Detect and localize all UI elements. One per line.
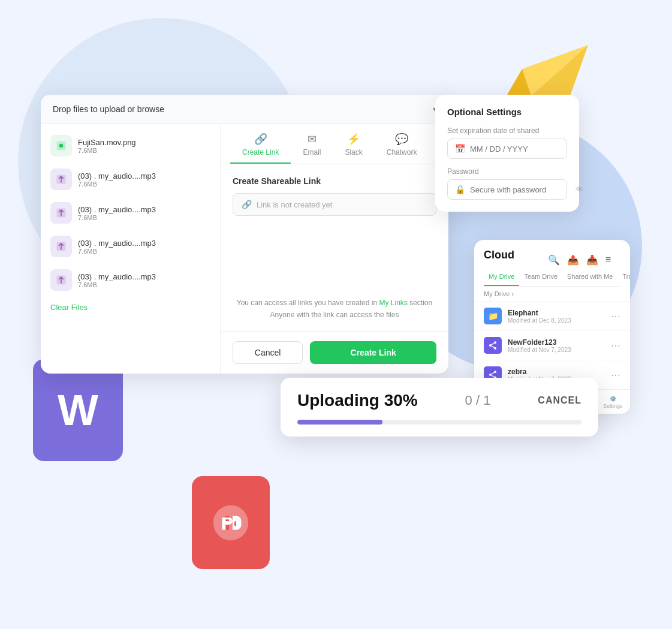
progress-bar-fill <box>297 420 382 425</box>
progress-bar <box>297 420 581 425</box>
lock-icon: 🔒 <box>455 185 465 194</box>
file-info: (03) . my_audio....mp3 7.6MB <box>78 272 210 288</box>
svg-point-10 <box>489 344 492 347</box>
bottom-bar-settings[interactable]: ⚙️ Settings <box>603 396 623 409</box>
cloud-file-info: Elephant Modified at Dec 8, 2023 <box>508 309 605 324</box>
eye-off-icon[interactable]: 👁 <box>575 185 584 194</box>
file-size: 7.6MB <box>78 180 210 188</box>
slack-icon: ⚡ <box>347 133 360 146</box>
tab-create-link-label: Create Link <box>242 148 279 157</box>
cloud-title: Cloud <box>484 249 514 261</box>
upload-status-row: Uploading 30% 0 / 1 CANCEL <box>297 391 581 410</box>
file-icon <box>50 236 72 257</box>
file-icon <box>50 269 72 291</box>
share-footer: Cancel Create Link <box>221 331 448 374</box>
more-options-icon[interactable]: ⋯ <box>611 311 620 322</box>
file-size: 7.6MB <box>78 248 210 255</box>
tab-slack[interactable]: ⚡ Slack <box>333 124 374 164</box>
file-name: (03) . my_audio....mp3 <box>78 205 210 214</box>
tab-chatwork[interactable]: 💬 Chatwork <box>375 124 429 164</box>
pdf-acrobat-icon <box>210 502 252 544</box>
more-options-icon[interactable]: ⋯ <box>611 340 620 351</box>
word-letter: W <box>58 386 98 435</box>
file-list: FujiSan.mov.png 7.6MB (03) . my_audio...… <box>41 124 221 374</box>
file-info: (03) . my_audio....mp3 7.6MB <box>78 171 210 188</box>
tab-create-link[interactable]: 🔗 Create Link <box>230 124 291 164</box>
list-item: FujiSan.mov.png 7.6MB <box>41 129 220 162</box>
link-icon: 🔗 <box>254 133 267 146</box>
more-options-icon[interactable]: ⋯ <box>611 369 620 381</box>
gear-icon: ⚙️ <box>610 396 616 402</box>
drop-files-label: Drop files to upload or browse <box>53 104 433 114</box>
download-icon[interactable]: 📥 <box>586 254 598 266</box>
cloud-tab-trash[interactable]: Trash <box>617 268 630 286</box>
search-icon[interactable]: 🔍 <box>548 254 560 266</box>
cloud-file-date: Modified at Nov 7, 2023 <box>508 347 605 353</box>
word-document-icon: W <box>33 359 123 461</box>
optional-title: Optional Settings <box>447 107 567 117</box>
cloud-tabs: My Drive Team Drive Shared with Me Trash <box>484 268 620 287</box>
cancel-button[interactable]: Cancel <box>233 341 303 364</box>
upload-count: 0 / 1 <box>465 393 491 408</box>
shared-folder-icon <box>484 337 502 354</box>
link-not-created-text: Link is not created yet <box>257 200 332 209</box>
cloud-file-name: Elephant <box>508 309 605 317</box>
password-input-box[interactable]: 🔒 👁 <box>447 179 567 200</box>
file-name: FujiSan.mov.png <box>78 138 210 147</box>
file-info: (03) . my_audio....mp3 7.6MB <box>78 205 210 221</box>
access-text-1: You can access all links you have create… <box>233 299 436 307</box>
cloud-file-name: zebra <box>508 368 605 376</box>
svg-point-12 <box>494 371 496 373</box>
cloud-tab-mydrive[interactable]: My Drive <box>484 268 519 286</box>
optional-settings-panel: Optional Settings Set expiration date of… <box>435 95 579 212</box>
tab-chatwork-label: Chatwork <box>387 148 417 157</box>
file-info: FujiSan.mov.png 7.6MB <box>78 138 210 154</box>
file-icon <box>50 168 72 190</box>
cloud-folder-newfolder[interactable]: NewFolder123 Modified at Nov 7, 2023 ⋯ <box>474 330 630 360</box>
upload-cancel-button[interactable]: CANCEL <box>538 395 581 406</box>
link-small-icon: 🔗 <box>242 200 252 209</box>
file-size: 7.6MB <box>78 214 210 221</box>
share-area: 🔗 Create Link ✉ Email ⚡ Slack 💬 Chatwork <box>221 124 448 374</box>
tab-email[interactable]: ✉ Email <box>291 124 333 164</box>
my-links-link[interactable]: My Links <box>379 299 408 307</box>
access-info: You can access all links you have create… <box>233 299 436 319</box>
panel-header[interactable]: Drop files to upload or browse ▾ <box>41 95 448 124</box>
link-input-box[interactable]: 🔗 Link is not created yet <box>233 193 436 216</box>
password-input[interactable] <box>470 185 571 194</box>
pdf-document-icon <box>192 476 270 569</box>
upload-icon[interactable]: 📤 <box>567 254 579 266</box>
folder-icon: 📁 <box>484 308 502 324</box>
share-content: Create Shareable Link 🔗 Link is not crea… <box>221 164 448 331</box>
file-size: 7.6MB <box>78 147 210 154</box>
cloud-tab-teamdrive[interactable]: Team Drive <box>519 268 562 286</box>
file-icon <box>50 135 72 157</box>
list-item: (03) . my_audio....mp3 7.6MB <box>41 230 220 263</box>
access-text-2: Anyone with the link can access the file… <box>233 311 436 319</box>
create-link-button[interactable]: Create Link <box>310 341 436 364</box>
file-name: (03) . my_audio....mp3 <box>78 239 210 248</box>
panel-body: FujiSan.mov.png 7.6MB (03) . my_audio...… <box>41 124 448 374</box>
file-name: (03) . my_audio....mp3 <box>78 171 210 180</box>
list-item: (03) . my_audio....mp3 7.6MB <box>41 162 220 196</box>
calendar-icon: 📅 <box>455 144 465 154</box>
expiry-input[interactable] <box>470 145 571 154</box>
list-item: (03) . my_audio....mp3 7.6MB <box>41 196 220 230</box>
sort-icon[interactable]: ≡ <box>605 254 611 266</box>
clear-files-button[interactable]: Clear Files <box>41 297 97 318</box>
cloud-header: Cloud 🔍 📤 📥 ≡ My Drive Team Drive Shared… <box>474 240 630 287</box>
cloud-tab-shared[interactable]: Shared with Me <box>562 268 617 286</box>
share-tabs: 🔗 Create Link ✉ Email ⚡ Slack 💬 Chatwork <box>221 124 448 164</box>
upload-percentage: Uploading 30% <box>297 391 418 410</box>
tab-email-label: Email <box>303 148 321 157</box>
cloud-icons: 🔍 📤 📥 ≡ <box>538 248 620 268</box>
svg-point-9 <box>494 341 496 344</box>
cloud-file-info: NewFolder123 Modified at Nov 7, 2023 <box>508 338 605 353</box>
cloud-folder-elephant[interactable]: 📁 Elephant Modified at Dec 8, 2023 ⋯ <box>474 301 630 330</box>
chatwork-icon: 💬 <box>395 133 408 146</box>
expiry-input-box[interactable]: 📅 <box>447 139 567 159</box>
file-icon <box>50 202 72 224</box>
email-icon: ✉ <box>308 133 317 146</box>
share-heading: Create Shareable Link <box>233 176 436 186</box>
upload-progress-panel: Uploading 30% 0 / 1 CANCEL <box>281 378 598 437</box>
